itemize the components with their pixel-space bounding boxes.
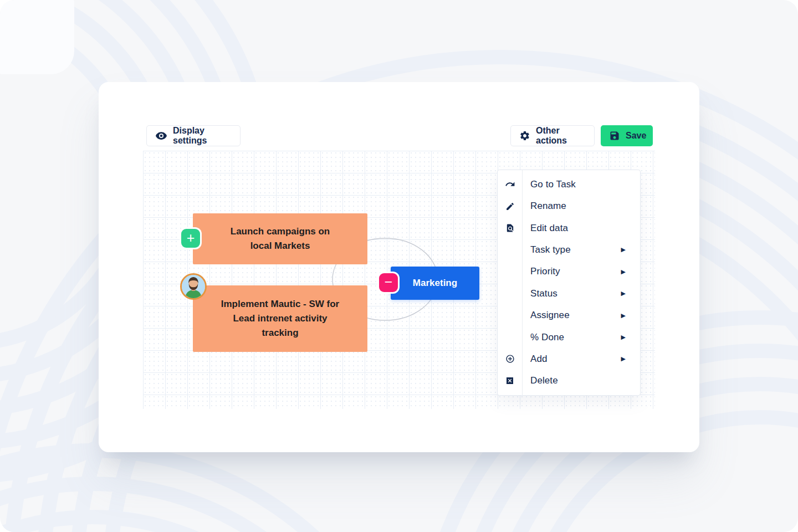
- find-in-page-icon: [498, 223, 522, 233]
- minus-icon: −: [385, 275, 393, 289]
- goto-task-arrow-icon: [498, 179, 522, 190]
- delete-box-icon: [498, 376, 522, 385]
- submenu-arrow-icon: ▶: [621, 312, 626, 319]
- menu-item-delete[interactable]: Delete: [498, 370, 640, 392]
- app-card: Display settings Other actions Save: [99, 82, 699, 452]
- expand-node-button[interactable]: +: [181, 229, 200, 248]
- assignee-avatar[interactable]: [180, 273, 207, 300]
- gear-icon: [519, 130, 530, 141]
- task-node-label: Launch campaigns on local Markets: [219, 224, 342, 253]
- task-node-label: Implement Mautic - SW for Lead intrenet …: [219, 297, 342, 340]
- menu-item-edit-data[interactable]: Edit data: [498, 217, 640, 239]
- other-actions-label: Other actions: [536, 126, 586, 146]
- menu-item-label: Add: [530, 354, 548, 365]
- collapse-node-button[interactable]: −: [379, 273, 398, 292]
- avatar-person-illustration: [182, 275, 205, 298]
- display-settings-label: Display settings: [173, 126, 232, 146]
- task-node-implement-mautic[interactable]: Implement Mautic - SW for Lead intrenet …: [193, 285, 367, 352]
- submenu-arrow-icon: ▶: [621, 268, 626, 275]
- menu-item-priority[interactable]: Priority ▶: [498, 261, 640, 283]
- task-node-launch-campaigns[interactable]: Launch campaigns on local Markets: [193, 213, 367, 264]
- menu-item-label: Assignee: [530, 310, 570, 321]
- menu-item-add[interactable]: Add ▶: [498, 348, 640, 370]
- submenu-arrow-icon: ▶: [621, 355, 626, 362]
- menu-item-label: Task type: [530, 244, 571, 255]
- menu-item-task-type[interactable]: Task type ▶: [498, 239, 640, 260]
- menu-item-percent-done[interactable]: % Done ▶: [498, 326, 640, 348]
- other-actions-button[interactable]: Other actions: [510, 125, 595, 146]
- menu-item-status[interactable]: Status ▶: [498, 283, 640, 304]
- page-background: Display settings Other actions Save: [0, 0, 798, 532]
- submenu-arrow-icon: ▶: [621, 246, 626, 253]
- node-context-menu: Go to Task Rename Edit data Task type ▶: [497, 170, 641, 396]
- menu-item-label: Edit data: [530, 223, 568, 234]
- add-circle-icon: [498, 354, 522, 364]
- menu-item-assignee[interactable]: Assignee ▶: [498, 304, 640, 326]
- save-floppy-icon: [609, 130, 620, 141]
- menu-item-label: Delete: [530, 375, 558, 386]
- submenu-arrow-icon: ▶: [621, 334, 626, 341]
- save-button[interactable]: Save: [601, 125, 653, 146]
- menu-item-label: % Done: [530, 332, 564, 343]
- pencil-icon: [498, 202, 522, 211]
- root-node-marketing[interactable]: Marketing: [391, 267, 479, 300]
- plus-icon: +: [187, 231, 195, 245]
- menu-item-go-to-task[interactable]: Go to Task: [498, 173, 640, 195]
- menu-item-label: Go to Task: [530, 179, 576, 190]
- eye-icon: [155, 130, 167, 142]
- menu-item-label: Priority: [530, 266, 560, 277]
- menu-item-rename[interactable]: Rename: [498, 195, 640, 217]
- root-node-label: Marketing: [413, 278, 457, 289]
- bg-corner-tile: [0, 0, 74, 74]
- display-settings-button[interactable]: Display settings: [146, 125, 241, 146]
- save-label: Save: [626, 131, 646, 141]
- menu-item-label: Rename: [530, 201, 566, 212]
- menu-item-label: Status: [530, 288, 557, 299]
- submenu-arrow-icon: ▶: [621, 290, 626, 297]
